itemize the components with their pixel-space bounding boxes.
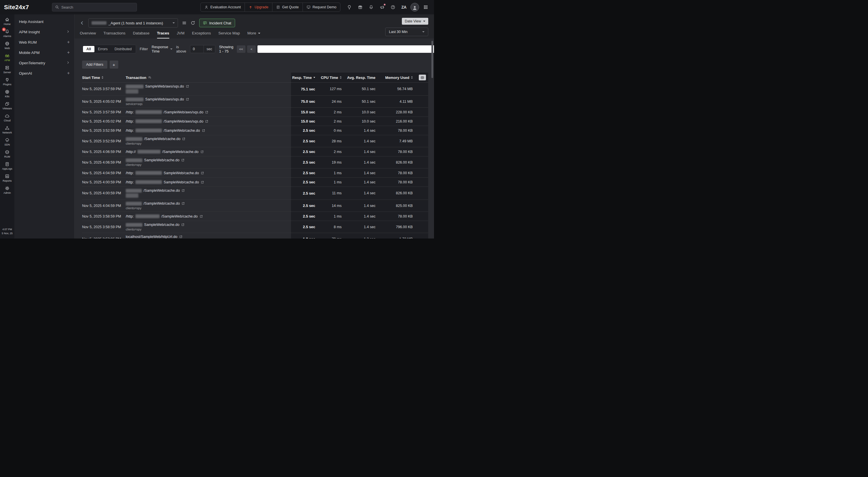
scrollbar-thumb[interactable] bbox=[431, 41, 433, 78]
trace-row[interactable]: Nov 5, 2025 4:06:59 PM/http:///SampleWeb… bbox=[82, 147, 428, 156]
help-button[interactable] bbox=[389, 3, 397, 11]
segment-all[interactable]: All bbox=[83, 46, 94, 52]
external-link-icon[interactable] bbox=[181, 158, 185, 162]
sidebar-item-openai[interactable]: OpenAI+ bbox=[14, 68, 74, 78]
transaction-link[interactable]: localhost/SampleWeb/httpUrl.do bbox=[126, 235, 183, 238]
transaction-link[interactable]: /http:/SampleWeb/aws/sqs.do bbox=[126, 110, 208, 114]
trace-row[interactable]: Nov 5, 2025 3:53:06 PMlocalhost/SampleWe… bbox=[82, 233, 428, 238]
time-range-select[interactable]: Last 30 Min bbox=[385, 28, 428, 36]
transaction-link[interactable]: SampleWeb/cache.do bbox=[126, 158, 185, 162]
upgrade-button[interactable]: Upgrade bbox=[245, 3, 272, 11]
trace-row[interactable]: Nov 5, 2025 3:52:59 PM/http:/SampleWeb/c… bbox=[82, 126, 428, 135]
external-link-icon[interactable] bbox=[200, 171, 204, 175]
column-header-avg-resp-time[interactable]: Avg. Resp. Time bbox=[345, 73, 379, 83]
transaction-link[interactable]: SampleWeb/aws/sqs.do bbox=[126, 97, 189, 101]
column-header-cpu-time[interactable]: CPU Time bbox=[319, 73, 345, 83]
monitor-selector[interactable]: _Agent (1 hosts and 1 instances) bbox=[88, 19, 178, 28]
transaction-link[interactable]: /http:/SampleWeb/aws/sqs.do bbox=[126, 119, 208, 123]
rail-item-admin[interactable]: Admin bbox=[0, 184, 14, 196]
tab-traces[interactable]: Traces bbox=[157, 31, 169, 38]
vertical-scrollbar[interactable] bbox=[431, 41, 433, 237]
trace-row[interactable]: Nov 5, 2025 4:06:59 PMSampleWeb/cache.do… bbox=[82, 156, 428, 168]
tab-exceptions[interactable]: Exceptions bbox=[192, 31, 211, 38]
sidebar-item-mobile-apm[interactable]: Mobile APM+ bbox=[14, 47, 74, 58]
trace-row[interactable]: Nov 5, 2025 3:58:59 PM/http:/SampleWeb/c… bbox=[82, 212, 428, 221]
rail-item-rum[interactable]: RUM bbox=[0, 148, 14, 160]
external-link-icon[interactable] bbox=[182, 137, 185, 140]
incident-chat-button[interactable]: Incident Chat bbox=[199, 19, 235, 27]
rail-item-network[interactable]: Network bbox=[0, 124, 14, 136]
transaction-link[interactable]: /http:SampleWeb/cache.do bbox=[126, 171, 204, 175]
transaction-link[interactable]: /http:/SampleWeb/cache.do bbox=[126, 214, 203, 218]
trace-row[interactable]: Nov 5, 2025 4:05:02 PM/http:/SampleWeb/a… bbox=[82, 117, 428, 126]
external-link-icon[interactable] bbox=[181, 202, 185, 205]
transaction-link[interactable]: SampleWeb/cache.do bbox=[126, 223, 185, 227]
column-header-start-time[interactable]: Start Time bbox=[82, 73, 126, 83]
rail-item-apm[interactable]: APM bbox=[0, 52, 14, 64]
gift-button[interactable] bbox=[356, 3, 365, 11]
announcements-megaphone-button[interactable] bbox=[378, 3, 386, 11]
search-input[interactable] bbox=[61, 5, 134, 9]
add-filters-button[interactable]: Add Filters bbox=[82, 61, 107, 69]
rail-item-applogs[interactable]: AppLogs bbox=[0, 160, 14, 172]
external-link-icon[interactable] bbox=[199, 215, 203, 218]
segment-distributed[interactable]: Distributed bbox=[111, 46, 135, 52]
menu-icon[interactable] bbox=[182, 21, 187, 25]
tab-service-map[interactable]: Service Map bbox=[218, 31, 240, 38]
trace-row[interactable]: Nov 5, 2025 4:00:59 PM/SampleWeb/cache.d… bbox=[82, 187, 428, 200]
date-view-button[interactable]: Date View bbox=[402, 18, 428, 25]
trace-row[interactable]: Nov 5, 2025 4:00:59 PM/http:SampleWeb/ca… bbox=[82, 178, 428, 187]
pager-prev[interactable]: < bbox=[247, 45, 256, 53]
transaction-link[interactable]: /SampleWeb/cache.do bbox=[126, 137, 185, 141]
external-link-icon[interactable] bbox=[179, 235, 183, 238]
external-link-icon[interactable] bbox=[205, 110, 208, 114]
transaction-link[interactable]: SampleWeb/aws/sqs.do bbox=[126, 84, 189, 88]
rail-item-vmware[interactable]: VMware bbox=[0, 100, 14, 112]
tab-jvm[interactable]: JVM bbox=[177, 31, 185, 38]
rail-item-reports[interactable]: Reports bbox=[0, 172, 14, 184]
tab-database[interactable]: Database bbox=[133, 31, 150, 38]
external-link-icon[interactable] bbox=[202, 129, 205, 132]
filter-field-select[interactable]: Response Time bbox=[152, 45, 173, 53]
column-header-resp-time[interactable]: Resp. Time bbox=[291, 73, 319, 83]
transaction-link[interactable]: /SampleWeb/cache.do bbox=[126, 201, 185, 205]
lightbulb-button[interactable] bbox=[345, 3, 353, 11]
sidebar-item-apm-insight[interactable]: APM Insight bbox=[14, 27, 74, 37]
external-link-icon[interactable] bbox=[205, 120, 208, 123]
filter-value-input[interactable] bbox=[190, 47, 204, 51]
site24x7-logo[interactable]: Site24x7 bbox=[4, 4, 29, 11]
global-search[interactable] bbox=[52, 3, 137, 11]
back-arrow-icon[interactable] bbox=[80, 21, 84, 25]
notifications-bell-button[interactable] bbox=[367, 3, 375, 11]
external-link-icon[interactable] bbox=[181, 189, 185, 192]
pager-first[interactable]: << bbox=[237, 45, 245, 53]
get-quote-button[interactable]: Get Quote bbox=[272, 3, 303, 11]
trace-row[interactable]: Nov 5, 2025 4:04:59 PM/SampleWeb/cache.d… bbox=[82, 200, 428, 212]
zoho-button[interactable]: ZA bbox=[400, 3, 408, 11]
sidebar-item-help-assistant[interactable]: Help Assistant bbox=[14, 17, 74, 27]
external-link-icon[interactable] bbox=[186, 98, 189, 101]
external-link-icon[interactable] bbox=[200, 150, 204, 154]
tab-transactions[interactable]: Transactions bbox=[103, 31, 125, 38]
trace-row[interactable]: Nov 5, 2025 3:52:59 PM/SampleWeb/cache.d… bbox=[82, 135, 428, 147]
rail-item-sdn[interactable]: SDN bbox=[0, 136, 14, 148]
trace-row[interactable]: Nov 5, 2025 3:57:59 PM/http:/SampleWeb/a… bbox=[82, 107, 428, 117]
user-avatar-button[interactable] bbox=[410, 3, 419, 11]
transaction-link[interactable]: /http:///SampleWeb/cache.do bbox=[126, 150, 204, 154]
rail-item-plugins[interactable]: Plugins bbox=[0, 76, 14, 88]
segment-errors[interactable]: Errors bbox=[94, 46, 111, 52]
transaction-link[interactable]: /http:/SampleWeb/cache.do bbox=[126, 129, 205, 133]
trace-row[interactable]: Nov 5, 2025 4:05:02 PMSampleWeb/aws/sqs.… bbox=[82, 96, 428, 107]
external-link-icon[interactable] bbox=[181, 223, 185, 226]
transaction-link[interactable]: /SampleWeb/cache.do bbox=[126, 189, 185, 193]
external-link-icon[interactable] bbox=[186, 85, 189, 88]
column-header-memory-used[interactable]: Memory Used bbox=[379, 73, 416, 83]
tab-more[interactable]: More bbox=[247, 31, 260, 38]
evaluation-account-button[interactable]: Evaluation Account bbox=[200, 3, 245, 11]
refresh-icon[interactable] bbox=[191, 21, 195, 25]
rail-item-server[interactable]: Server bbox=[0, 64, 14, 76]
sidebar-item-web-rum[interactable]: Web RUM+ bbox=[14, 37, 74, 47]
rail-item-cloud[interactable]: Cloud bbox=[0, 112, 14, 124]
request-demo-button[interactable]: Request Demo bbox=[303, 3, 340, 11]
tab-overview[interactable]: Overview bbox=[80, 31, 96, 38]
